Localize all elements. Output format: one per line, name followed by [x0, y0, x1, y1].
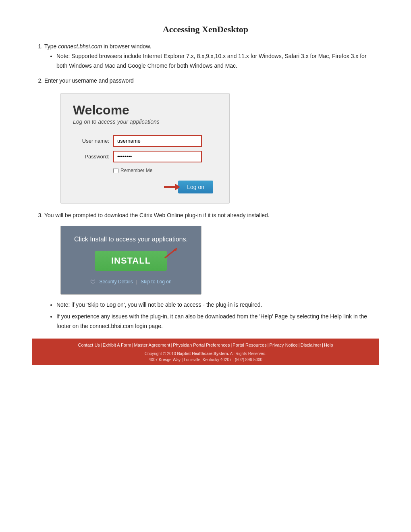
install-box: Click Install to access your application… — [60, 226, 201, 294]
welcome-subtitle: Log on to access your applications — [73, 117, 217, 127]
footer-sep-3: | — [171, 342, 172, 349]
note-2: If you experience any issues with the pl… — [56, 312, 379, 331]
page-title: Accessing XenDesktop — [32, 24, 379, 35]
footer-bar: Contact Us | Exhibit A Form | Master Agr… — [32, 339, 379, 365]
install-btn-row: INSTALL — [69, 251, 193, 271]
username-input[interactable] — [113, 135, 202, 147]
footer-link-help[interactable]: Help — [324, 342, 333, 349]
install-button[interactable]: INSTALL — [95, 251, 167, 271]
footer-copyright: Copyright © 2010 Baptist Healthcare Syst… — [38, 351, 373, 363]
remember-me-checkbox[interactable] — [113, 168, 118, 173]
footer-links: Contact Us | Exhibit A Form | Master Agr… — [38, 342, 373, 349]
step3-text: You will be prompted to download the Cit… — [44, 212, 270, 218]
install-text: Click Install to access your application… — [69, 235, 193, 244]
footer-sep-1: | — [101, 342, 102, 349]
footer-sep-4: | — [230, 342, 232, 349]
step-2: Enter your username and password Welcome… — [44, 76, 379, 203]
footer-copyright-line2: 4007 Kresge Way | Louisville, Kentucky 4… — [38, 357, 373, 363]
step1-text: Type — [44, 43, 58, 50]
note-1: Note: if you 'Skip to Log on', you will … — [56, 300, 379, 310]
password-label: Password: — [73, 152, 109, 161]
step1-note: Note: Supported browsers include Interne… — [56, 52, 379, 71]
install-arrow-icon — [162, 245, 181, 264]
step-3: You will be prompted to download the Cit… — [44, 211, 379, 331]
security-details-link[interactable]: Security Details — [99, 278, 133, 286]
footer-link-resources[interactable]: Portal Resources — [232, 342, 266, 349]
footer-link-disclaimer[interactable]: Disclaimer — [301, 342, 321, 349]
login-box: Welcome Log on to access your applicatio… — [60, 93, 230, 203]
username-row: User name: — [73, 135, 217, 147]
remember-me-row: Remember Me — [113, 166, 217, 175]
password-row: Password: — [73, 151, 217, 162]
remember-me-label: Remember Me — [120, 166, 152, 175]
skip-to-logon-link[interactable]: Skip to Log on — [141, 278, 172, 286]
security-icon: 🛡 — [90, 277, 96, 287]
footer-link-exhibit[interactable]: Exhibit A Form — [103, 342, 131, 349]
username-label: User name: — [73, 137, 109, 145]
footer-sep-2: | — [132, 342, 133, 349]
footer-copyright-line1: Copyright © 2010 Baptist Healthcare Syst… — [38, 351, 373, 357]
footer-sep-5: | — [268, 342, 269, 349]
logon-button[interactable]: Log on — [178, 181, 213, 193]
footer-link-privacy[interactable]: Privacy Notice — [270, 342, 298, 349]
separator: | — [136, 278, 137, 286]
password-input[interactable] — [113, 151, 202, 162]
footer-link-contact[interactable]: Contact Us — [78, 342, 100, 349]
footer-link-physician[interactable]: Physician Portal Preferences — [173, 342, 230, 349]
arrow-icon — [164, 183, 180, 191]
main-list: Type connect.bhsi.com in browser window.… — [44, 42, 379, 331]
logon-row: Log on — [73, 181, 217, 193]
footer-link-master[interactable]: Master Agreement — [134, 342, 170, 349]
step1-link: connect.bhsi.com — [58, 43, 102, 50]
welcome-title: Welcome — [73, 103, 217, 117]
step1-text2: in browser window. — [102, 43, 151, 50]
footer-sep-7: | — [322, 342, 323, 349]
step-1: Type connect.bhsi.com in browser window.… — [44, 42, 379, 71]
step2-text: Enter your username and password — [44, 77, 134, 84]
security-row: 🛡 Security Details | Skip to Log on — [69, 277, 193, 287]
footer-sep-6: | — [299, 342, 300, 349]
